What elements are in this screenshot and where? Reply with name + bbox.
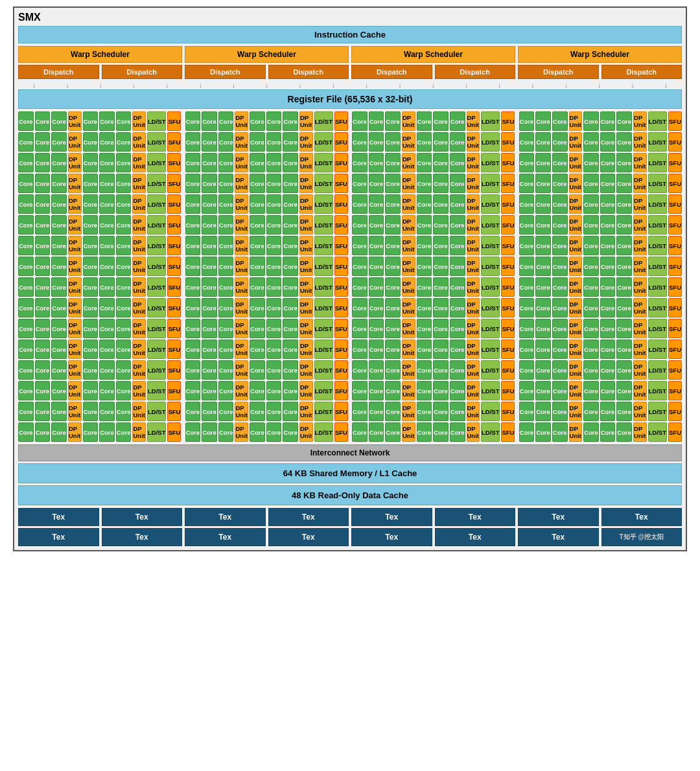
core-cell: Core [51,277,67,297]
dp-unit-cell: DP Unit [402,174,415,193]
core-cell: Core [51,422,67,442]
core-cell: Core [250,215,265,235]
core-cell: Core [116,402,132,421]
core-cell: Core [83,236,99,255]
core-cell: Core [385,319,401,338]
dp-unit-cell: DP Unit [633,277,647,297]
core-cell: Core [18,402,34,421]
core-cell: Core [202,319,217,338]
core-cell: Core [583,298,599,317]
core-cell: Core [51,132,67,152]
core-cell: Core [51,402,67,421]
core-cell: Core [99,215,115,235]
core-cell: Core [535,257,551,276]
core-cell: Core [116,194,132,214]
core-cell: Core [35,132,51,152]
core-row-1: CoreCoreCoreDP UnitCoreCoreCoreDP UnitLD… [18,132,682,152]
ldst-cell: LD/ST [481,298,500,317]
core-cell: Core [202,132,217,152]
core-cell: Core [218,319,234,338]
dp-unit-cell: DP Unit [467,402,480,421]
core-cell: Core [83,298,99,317]
core-cell: Core [417,381,432,400]
core-cell: Core [218,422,234,442]
tex-6: Tex [435,508,516,526]
core-cell: Core [616,422,632,442]
dispatch-3: Dispatch [185,65,266,79]
core-cell: Core [433,339,449,359]
ldst-cell: LD/ST [147,215,166,235]
dp-unit-cell: DP Unit [633,174,647,193]
ldst-cell: LD/ST [481,174,500,193]
core-cell: Core [83,194,99,214]
ldst-cell: LD/ST [314,381,333,400]
core-cell: Core [185,381,201,400]
core-cell: Core [433,215,449,235]
dp-unit-cell: DP Unit [467,277,480,297]
core-cell: Core [99,339,115,359]
core-cell: Core [18,194,34,214]
core-cell: Core [583,402,599,421]
core-cell: Core [417,132,432,152]
core-cell: Core [417,153,432,172]
sfu-cell: SFU [501,194,515,214]
tex-r2-5: Tex [351,528,432,546]
core-cell: Core [283,257,298,276]
tex-row-1: Tex Tex Tex Tex Tex Tex Tex Tex [18,508,682,526]
core-cell: Core [202,277,217,297]
core-cell: Core [552,339,568,359]
dp-unit-cell: DP Unit [633,339,647,359]
sfu-cell: SFU [334,194,348,214]
core-row-11: CoreCoreCoreDP UnitCoreCoreCoreDP UnitLD… [18,339,682,359]
dp-unit-cell: DP Unit [68,132,82,152]
core-row-15: CoreCoreCoreDP UnitCoreCoreCoreDP UnitLD… [18,422,682,442]
core-cell: Core [519,381,535,400]
core-cell: Core [116,339,132,359]
dp-unit-cell: DP Unit [633,360,647,380]
sfu-cell: SFU [668,381,682,400]
sfu-cell: SFU [334,319,348,338]
ldst-cell: LD/ST [481,360,500,380]
core-cell: Core [185,298,201,317]
core-cell: Core [385,236,401,255]
core-cell: Core [51,319,67,338]
core-row-8: CoreCoreCoreDP UnitCoreCoreCoreDP UnitLD… [18,277,682,297]
core-cell: Core [369,381,384,400]
dp-unit-cell: DP Unit [132,422,146,442]
core-cell: Core [535,319,551,338]
dp-unit-cell: DP Unit [68,422,82,442]
core-row-9: CoreCoreCoreDP UnitCoreCoreCoreDP UnitLD… [18,298,682,317]
core-cell: Core [433,236,449,255]
sfu-cell: SFU [668,194,682,214]
instruction-cache: Instruction Cache [18,26,682,43]
sfu-cell: SFU [501,339,515,359]
core-cell: Core [535,339,551,359]
ldst-cell: LD/ST [314,360,333,380]
dp-unit-cell: DP Unit [467,257,480,276]
dp-unit-cell: DP Unit [299,132,313,152]
core-cell: Core [552,194,568,214]
core-cell: Core [369,277,384,297]
core-cell: Core [535,236,551,255]
sfu-cell: SFU [167,298,181,317]
tex-1: Tex [18,508,99,526]
core-cell: Core [35,277,51,297]
core-cell: Core [250,360,265,380]
core-cell: Core [352,194,368,214]
core-cell: Core [385,402,401,421]
core-cell: Core [385,215,401,235]
core-cell: Core [552,257,568,276]
core-cell: Core [385,174,401,193]
core-cell: Core [185,153,201,172]
ldst-cell: LD/ST [314,422,333,442]
tex-r2-watermark: T知乎 @挖太阳 [601,528,682,546]
core-cell: Core [535,381,551,400]
core-cell: Core [116,153,132,172]
core-cell: Core [616,381,632,400]
core-cell: Core [99,257,115,276]
core-cell: Core [519,236,535,255]
core-cell: Core [99,111,115,131]
core-cell: Core [266,111,282,131]
core-row-13: CoreCoreCoreDP UnitCoreCoreCoreDP UnitLD… [18,381,682,400]
dp-unit-cell: DP Unit [633,257,647,276]
